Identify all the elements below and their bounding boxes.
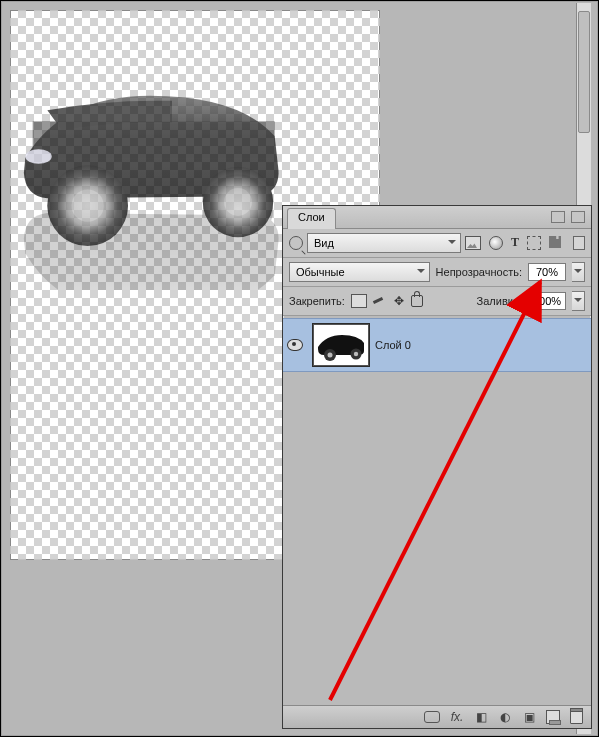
smart-object-filter-icon[interactable] (549, 236, 561, 248)
image-filter-icon[interactable] (465, 236, 481, 250)
svg-point-12 (354, 352, 358, 356)
opacity-slider-toggle[interactable] (572, 262, 585, 282)
svg-rect-0 (33, 121, 275, 158)
lock-pixels-icon[interactable] (373, 295, 387, 307)
new-group-icon[interactable]: ▣ (522, 710, 536, 724)
fill-label: Заливка: (477, 295, 522, 307)
panel-menu-icon[interactable] (571, 211, 585, 223)
app-background: Слои Вид T Обычные Непро (0, 0, 599, 737)
layers-list[interactable]: Слой 0 (283, 318, 591, 706)
layer-thumbnail[interactable] (313, 324, 369, 366)
adjustment-filter-icon[interactable] (489, 236, 503, 250)
panel-tab-layers[interactable]: Слои (287, 208, 336, 229)
layer-style-icon[interactable]: fx. (450, 710, 464, 724)
lock-all-icon[interactable] (411, 295, 423, 307)
opacity-label: Непрозрачность: (436, 266, 522, 278)
vertical-scroll-thumb[interactable] (578, 11, 590, 133)
panel-titlebar[interactable]: Слои (283, 206, 591, 229)
fill-value[interactable]: 100% (528, 292, 566, 310)
filter-type-select[interactable]: Вид (307, 233, 461, 253)
layer-content-car (0, 70, 330, 290)
search-icon (289, 236, 303, 250)
filter-type-label: Вид (314, 237, 334, 249)
layer-row[interactable]: Слой 0 (283, 318, 591, 372)
adjustment-layer-icon[interactable]: ◐ (498, 710, 512, 724)
blend-opacity-row: Обычные Непрозрачность: 70% (283, 258, 591, 287)
delete-layer-icon[interactable] (570, 710, 583, 724)
layers-panel: Слои Вид T Обычные Непро (282, 205, 592, 729)
layer-name[interactable]: Слой 0 (375, 339, 411, 351)
blend-mode-value: Обычные (296, 266, 345, 278)
new-layer-icon[interactable] (546, 710, 560, 724)
filter-toggle-icon[interactable] (573, 236, 585, 250)
lock-position-icon[interactable]: ✥ (393, 295, 405, 307)
lock-label: Закрепить: (289, 295, 345, 307)
text-filter-icon[interactable]: T (511, 236, 519, 250)
panel-collapse-icon[interactable] (551, 211, 565, 223)
opacity-value[interactable]: 70% (528, 263, 566, 281)
layer-visibility-toggle[interactable] (283, 339, 307, 351)
lock-fill-row: Закрепить: ✥ Заливка: 100% (283, 287, 591, 316)
layer-mask-icon[interactable]: ◧ (474, 710, 488, 724)
svg-point-5 (25, 149, 51, 164)
lock-transparency-icon[interactable] (351, 294, 367, 308)
fill-slider-toggle[interactable] (572, 291, 585, 311)
shape-filter-icon[interactable] (527, 236, 541, 250)
svg-point-10 (328, 353, 333, 358)
panel-footer: fx. ◧ ◐ ▣ (283, 705, 591, 728)
link-layers-icon[interactable] (424, 711, 440, 723)
svg-point-6 (47, 165, 128, 246)
filter-row: Вид T (283, 229, 591, 258)
blend-mode-select[interactable]: Обычные (289, 262, 430, 282)
eye-icon (287, 339, 303, 351)
svg-point-7 (203, 174, 273, 244)
